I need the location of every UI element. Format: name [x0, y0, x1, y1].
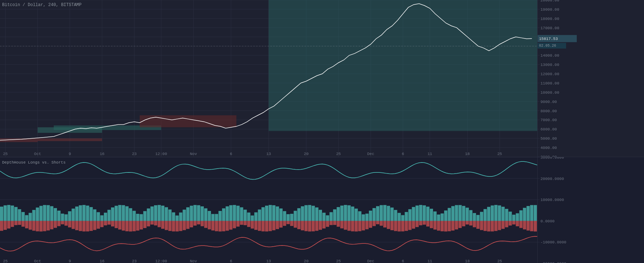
indicator-title: DepthHouse Longs vs. Shorts	[2, 160, 65, 165]
chart-container: Bitcoin / Dollar, 240, BITSTAMP DepthHou…	[0, 0, 644, 263]
indicator-chart	[0, 157, 537, 263]
price-axis	[537, 0, 644, 157]
indicator-axis	[537, 157, 644, 263]
main-chart	[0, 0, 537, 157]
chart-title: Bitcoin / Dollar, 240, BITSTAMP	[2, 2, 81, 7]
